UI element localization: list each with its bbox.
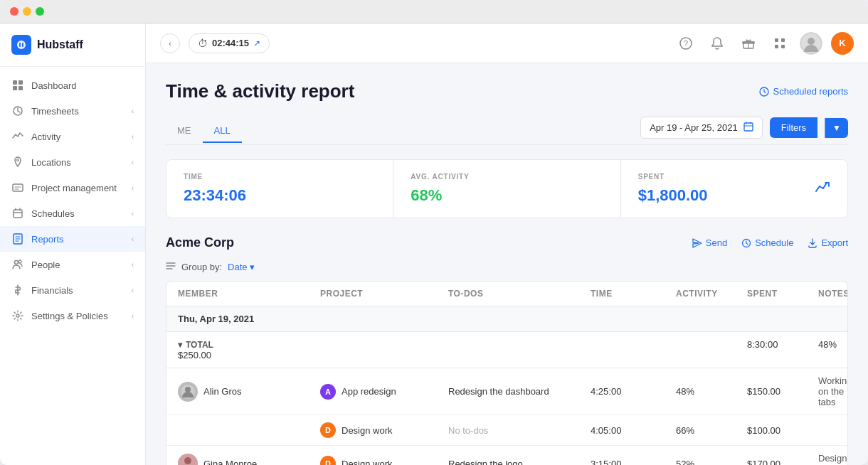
member-name: Gina Monroe: [203, 459, 257, 466]
group-by-value-button[interactable]: Date ▾: [228, 262, 254, 272]
stat-time-label: TIME: [184, 173, 376, 181]
project-name: Design work: [342, 459, 393, 466]
notes-cell: Working on the tabs: [818, 375, 848, 407]
member-name: Alin Gros: [203, 386, 241, 397]
help-icon[interactable]: ?: [674, 32, 697, 55]
gift-icon[interactable]: [737, 32, 760, 55]
sidebar-item-people[interactable]: People ‹: [0, 252, 145, 277]
table-row: Gina Monroe D Design work Redesign the l…: [166, 446, 847, 465]
stat-card-spent: SPENT $1,800.00: [621, 160, 847, 218]
tab-me[interactable]: ME: [166, 119, 203, 143]
todo-empty-cell: No to-dos: [448, 425, 591, 436]
tab-all[interactable]: ALL: [203, 119, 242, 143]
svg-rect-3: [13, 80, 17, 85]
sidebar-item-locations[interactable]: Locations ‹: [0, 149, 145, 175]
back-button[interactable]: ‹: [160, 33, 180, 53]
user-avatar[interactable]: [800, 32, 822, 55]
sidebar-item-label: Reports: [31, 234, 64, 245]
close-dot[interactable]: [10, 7, 18, 16]
svg-point-23: [808, 38, 815, 45]
sidebar-item-label: Timesheets: [31, 106, 79, 117]
export-button[interactable]: Export: [808, 237, 848, 248]
project-name: App redesign: [342, 386, 396, 397]
col-header-project: Project: [320, 289, 448, 299]
group-by-lines-icon: [166, 262, 176, 272]
total-row: ▾ TOTAL 8:30:00 48% $250.00: [166, 332, 847, 368]
sidebar-item-project-management[interactable]: Project management ‹: [0, 175, 145, 201]
time-cell: 4:25:00: [591, 386, 676, 397]
sidebar: Hubstaff Dashboard: [0, 23, 146, 465]
col-header-todos: To-dos: [448, 289, 591, 299]
sidebar-item-reports[interactable]: Reports ‹: [0, 226, 145, 252]
table-row: Alin Gros A App redesign Redesign the da…: [166, 368, 847, 415]
member-cell: Gina Monroe: [178, 454, 320, 465]
group-by-label: Group by:: [181, 262, 222, 272]
chevron-icon: ‹: [132, 287, 134, 294]
chart-trend-icon[interactable]: [815, 179, 830, 198]
data-table: Member Project To-dos Time Activity Spen…: [166, 281, 848, 465]
sidebar-nav: Dashboard Timesheets ‹: [0, 67, 145, 465]
page-header: Time & activity report Scheduled reports: [166, 80, 848, 102]
reports-icon: [11, 232, 24, 245]
send-button[interactable]: Send: [692, 237, 727, 248]
project-cell: D Design work: [320, 422, 448, 438]
sidebar-item-activity[interactable]: Activity ‹: [0, 124, 145, 149]
col-header-member: Member: [178, 289, 320, 299]
stat-activity-value: 68%: [411, 186, 603, 205]
sidebar-item-label: Locations: [31, 157, 71, 168]
col-header-spent: Spent: [747, 289, 818, 299]
member-avatar: [178, 382, 198, 402]
chevron-icon: ‹: [132, 107, 134, 115]
svg-rect-1: [19, 43, 21, 47]
stat-card-activity: AVG. ACTIVITY 68%: [393, 160, 620, 218]
stat-time-value: 23:34:06: [184, 186, 376, 205]
maximize-dot[interactable]: [36, 7, 44, 16]
calendar-icon: [743, 122, 753, 134]
todo-cell: Redesign the logo: [448, 459, 591, 466]
timer-expand-icon: ↗: [253, 38, 260, 48]
sidebar-item-financials[interactable]: Financials ‹: [0, 277, 145, 303]
logo-text: Hubstaff: [37, 38, 83, 51]
report-actions: Send Schedule Export: [692, 237, 848, 248]
time-cell: 3:15:00: [591, 459, 676, 466]
date-range-picker[interactable]: Apr 19 - Apr 25, 2021: [640, 117, 763, 139]
filters-button[interactable]: Filters: [770, 117, 817, 138]
timer-badge[interactable]: ⏱ 02:44:15 ↗: [189, 33, 270, 53]
main-area: ‹ ⏱ 02:44:15 ↗ ?: [146, 23, 868, 465]
logo-icon: [11, 35, 31, 55]
svg-rect-5: [13, 86, 17, 90]
sidebar-item-dashboard[interactable]: Dashboard: [0, 73, 145, 98]
table-header: Member Project To-dos Time Activity Spen…: [166, 282, 847, 306]
report-org-name: Acme Corp: [166, 235, 234, 250]
schedule-button[interactable]: Schedule: [741, 237, 793, 248]
chevron-icon: ‹: [132, 235, 134, 243]
locations-icon: [11, 156, 24, 169]
total-label: ▾ TOTAL: [178, 340, 591, 350]
sidebar-item-schedules[interactable]: Schedules ‹: [0, 201, 145, 226]
scheduled-reports-label: Scheduled reports: [773, 86, 848, 97]
svg-point-14: [16, 314, 19, 317]
sidebar-item-label: Dashboard: [31, 80, 77, 91]
stat-card-time: TIME 23:34:06: [166, 160, 393, 218]
stat-activity-label: AVG. ACTIVITY: [411, 173, 603, 181]
filters-dropdown-button[interactable]: ▼: [825, 118, 848, 138]
col-header-activity: Activity: [676, 289, 747, 299]
window-chrome: [0, 0, 868, 23]
svg-rect-4: [18, 80, 23, 85]
sidebar-item-timesheets[interactable]: Timesheets ‹: [0, 98, 145, 124]
tabs-right: Apr 19 - Apr 25, 2021 Filters ▼: [640, 117, 848, 144]
sidebar-item-settings-policies[interactable]: Settings & Policies ‹: [0, 303, 145, 328]
minimize-dot[interactable]: [23, 7, 31, 16]
scheduled-reports-link[interactable]: Scheduled reports: [759, 86, 848, 97]
activity-cell: 52%: [676, 459, 747, 466]
stat-spent-value: $1,800.00: [638, 186, 708, 205]
total-activity: 48%: [818, 339, 837, 350]
project-name: Design work: [342, 425, 393, 436]
project-management-icon: [11, 181, 24, 194]
svg-rect-19: [781, 38, 785, 42]
user-initial-avatar[interactable]: K: [831, 32, 854, 55]
project-badge: D: [320, 456, 336, 465]
notifications-icon[interactable]: [706, 32, 729, 55]
grid-icon[interactable]: [768, 32, 791, 55]
time-cell: 4:05:00: [591, 425, 676, 436]
